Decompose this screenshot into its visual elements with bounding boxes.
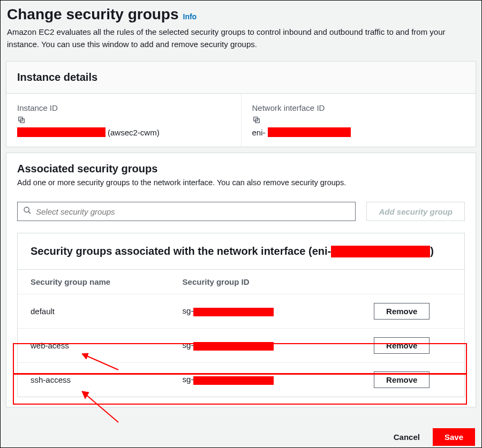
sg-id-cell: sg- [170,329,340,363]
info-link[interactable]: Info [183,12,197,21]
sg-id-cell: sg- [170,294,340,329]
sg-name-cell: ssh-access [18,363,170,397]
col-sg-name: Security group name [18,270,170,294]
sg-name-cell: web-acess [18,329,170,363]
instance-id-label: Instance ID [17,103,230,112]
svg-point-4 [24,207,29,212]
instance-details-title: Instance details [17,71,465,83]
remove-button[interactable]: Remove [374,337,430,354]
save-button[interactable]: Save [433,428,475,446]
remove-button[interactable]: Remove [374,303,430,320]
remove-button[interactable]: Remove [374,371,430,388]
instance-id-value: (awsec2-cwm) [17,127,230,137]
sg-id-cell: sg- [170,363,340,397]
copy-icon[interactable] [17,116,26,124]
assoc-panel-title: Associated security groups [17,163,465,175]
sg-search-box[interactable] [17,202,356,221]
sg-name-cell: default [18,294,170,329]
col-sg-id: Security group ID [170,270,340,294]
cancel-button[interactable]: Cancel [390,428,423,446]
eni-value: eni- [252,127,465,137]
eni-label: Network interface ID [252,103,465,112]
add-sg-button: Add security group [366,202,465,221]
instance-details-panel: Instance details Instance ID (awsec2-cwm… [6,61,476,147]
search-icon [23,206,36,217]
sg-table-title: Security groups associated with the netw… [18,233,464,270]
associated-sg-panel: Associated security groups Add one or mo… [6,153,476,407]
copy-icon[interactable] [252,116,261,124]
assoc-panel-subtitle: Add one or more security groups to the n… [17,178,465,187]
sg-search-input[interactable] [36,207,350,216]
svg-line-5 [28,211,31,214]
table-row: ssh-access sg- Remove [18,363,464,397]
page-subtitle: Amazon EC2 evaluates all the rules of th… [7,26,475,50]
sg-table-panel: Security groups associated with the netw… [17,233,465,397]
page-title: Change security groups [7,6,179,23]
table-row: web-acess sg- Remove [18,329,464,363]
table-row: default sg- Remove [18,294,464,329]
